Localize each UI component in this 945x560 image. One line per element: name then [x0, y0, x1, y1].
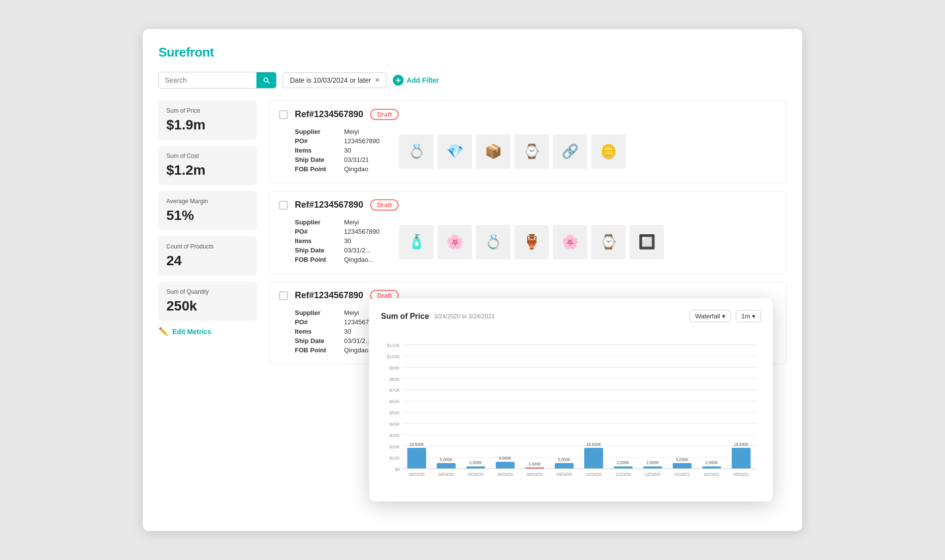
fob-label: FOB Point	[295, 165, 334, 173]
metric-value: 24	[166, 253, 249, 269]
svg-text:$70K: $70K	[389, 388, 400, 393]
search-button[interactable]	[256, 72, 276, 88]
svg-text:2,000K: 2,000K	[470, 460, 482, 465]
svg-text:11/24/20: 11/24/20	[615, 472, 631, 477]
items-value: 30	[344, 328, 351, 335]
svg-text:$10K: $10K	[389, 456, 400, 461]
pencil-icon: ✏️	[158, 327, 168, 336]
supplier-label: Supplier	[295, 309, 334, 316]
po-detail-row: FOB Point Qingdao...	[295, 346, 374, 354]
svg-text:04/24/20: 04/24/20	[439, 472, 454, 477]
po-header: Ref#1234567890 Draft	[269, 191, 786, 218]
supplier-value: Meiyi	[344, 218, 359, 226]
add-filter-label: Add Filter	[407, 76, 439, 84]
svg-rect-24	[407, 448, 426, 468]
po-num-label: PO#	[295, 137, 334, 145]
product-image: 💍	[399, 134, 434, 169]
metric-value: 250k	[166, 298, 249, 314]
po-details: Supplier Meiyi PO# 1234567890 Items 30 S…	[295, 128, 379, 175]
product-image: 💎	[438, 134, 472, 169]
add-filter-icon: +	[393, 75, 404, 86]
svg-rect-48	[643, 467, 662, 469]
po-card: Ref#1234567890 Draft Supplier Meiyi PO# …	[269, 100, 787, 183]
fob-label: FOB Point	[295, 256, 334, 263]
svg-text:1,000K: 1,000K	[528, 462, 541, 467]
time-period-dropdown[interactable]: 1m ▾	[736, 310, 761, 322]
items-value: 30	[344, 237, 351, 245]
draft-badge: Draft	[370, 109, 399, 120]
svg-text:09/24/20: 09/24/20	[556, 472, 572, 477]
svg-rect-33	[496, 462, 514, 469]
metric-label: Sum of Cost	[166, 153, 249, 159]
po-num-label: PO#	[295, 318, 334, 326]
fob-value: Qingdao...	[344, 256, 374, 263]
filter-label: Date is 10/03/2024 or later	[290, 76, 371, 84]
svg-rect-57	[732, 448, 751, 468]
po-detail-row: Items 30	[295, 237, 379, 245]
supplier-label: Supplier	[295, 218, 334, 226]
po-body: Supplier Meiyi PO# 1234567890 Items 30 S…	[269, 128, 786, 183]
po-card: Ref#1234567890 Draft Supplier Meiyi PO# …	[269, 191, 787, 274]
svg-text:$100K: $100K	[387, 354, 400, 359]
product-image: 🔲	[630, 225, 664, 259]
ship-date-label: Ship Date	[295, 156, 334, 163]
items-value: 30	[344, 147, 351, 154]
po-checkbox[interactable]	[279, 201, 288, 210]
po-num-label: PO#	[295, 228, 334, 235]
po-checkbox[interactable]	[279, 110, 288, 119]
svg-text:18,500K: 18,500K	[734, 442, 749, 447]
svg-text:$80K: $80K	[389, 376, 400, 381]
metric-value: $1.2m	[166, 162, 249, 178]
svg-text:10/24/20: 10/24/20	[586, 472, 601, 477]
logo: Surefront	[158, 45, 787, 60]
svg-rect-54	[702, 467, 721, 469]
search-wrapper	[158, 72, 277, 89]
svg-text:$110K: $110K	[387, 343, 400, 348]
product-image: 🔗	[553, 134, 587, 169]
svg-rect-45	[614, 467, 632, 469]
po-body: Supplier Meiyi PO# 1234567890 Items 30 S…	[269, 218, 786, 273]
ship-date-value: 03/31/21	[344, 156, 369, 163]
svg-rect-51	[673, 463, 692, 468]
fob-value: Qingdao	[344, 165, 368, 173]
search-input[interactable]	[159, 72, 256, 88]
edit-metrics-button[interactable]: ✏️ Edit Metrics	[158, 327, 211, 336]
po-num-value: 1234567890	[344, 137, 379, 145]
po-detail-row: Supplier Meiyi	[295, 309, 374, 316]
product-image: 🌸	[438, 225, 472, 259]
items-label: Items	[295, 328, 334, 335]
svg-text:$40K: $40K	[389, 422, 400, 427]
chevron-down-icon: ▾	[722, 312, 725, 320]
draft-badge: Draft	[370, 199, 399, 211]
po-checkbox[interactable]	[279, 291, 288, 300]
svg-text:$90K: $90K	[389, 365, 400, 370]
product-image: 📦	[476, 134, 510, 169]
supplier-value: Meiyi	[344, 128, 359, 135]
metric-card: Count of Products 24	[158, 236, 257, 276]
po-detail-row: FOB Point Qingdao...	[295, 256, 379, 263]
po-detail-row: Supplier Meiyi	[295, 128, 379, 135]
add-filter-button[interactable]: + Add Filter	[393, 75, 439, 86]
filter-close-button[interactable]: ×	[375, 76, 379, 84]
metric-label: Sum of Price	[166, 107, 249, 114]
time-period-label: 1m	[741, 312, 750, 320]
chart-title-group: Sum of Price 3/24/2020 to 3/24/2021	[381, 312, 495, 321]
svg-text:01/24/21: 01/24/21	[674, 472, 690, 477]
svg-text:5,000K: 5,000K	[440, 457, 453, 462]
metric-label: Count of Products	[166, 243, 249, 250]
product-image: ⌚	[514, 134, 549, 169]
svg-rect-27	[437, 463, 455, 468]
svg-text:03/24/20: 03/24/20	[409, 472, 425, 477]
chart-controls: Waterfall ▾ 1m ▾	[690, 310, 761, 322]
chart-type-dropdown[interactable]: Waterfall ▾	[690, 310, 731, 322]
svg-text:05/24/20: 05/24/20	[468, 472, 484, 477]
chart-area: $0$10K$20K$30K$40K$50K$60K$70K$80K$90K$1…	[381, 332, 761, 490]
svg-text:02/24/21: 02/24/21	[704, 472, 720, 477]
edit-metrics-label: Edit Metrics	[172, 328, 211, 336]
items-label: Items	[295, 147, 334, 154]
metric-card: Average Margin 51%	[158, 191, 257, 230]
po-ref: Ref#1234567890	[295, 109, 363, 120]
metric-card: Sum of Quantity 250k	[158, 281, 257, 321]
po-details: Supplier Meiyi PO# 1234567890 Items 30 S…	[295, 218, 379, 265]
product-image: ⌚	[591, 225, 626, 259]
